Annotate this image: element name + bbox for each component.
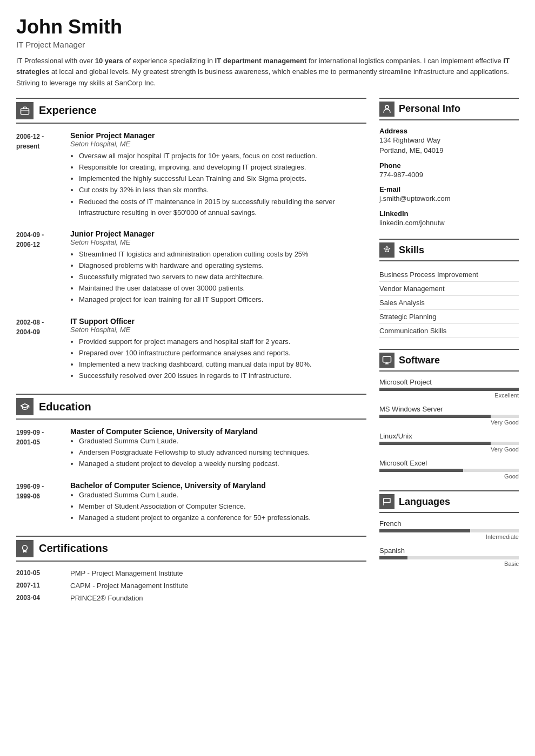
skills-header: Skills: [379, 239, 519, 261]
software-bar-3: [379, 442, 519, 445]
entry-content-1: Senior Project Manager Seton Hospital, M…: [70, 131, 366, 219]
education-entry-1: 1999-09 -2001-05 Master of Computer Scie…: [16, 427, 366, 470]
software-item-1: Microsoft Project Excellent: [379, 378, 519, 399]
edu-date-1: 1999-09 -2001-05: [16, 427, 70, 470]
skill-3: Sales Analysis: [379, 296, 519, 310]
education-icon: [16, 398, 34, 415]
bullet-2-4: Maintained the user database of over 300…: [79, 283, 366, 294]
address-block: Address 134 Rightward WayPortland, ME, 0…: [379, 127, 519, 156]
software-fill-3: [379, 442, 491, 445]
main-content: Experience 2006-12 -present Senior Proje…: [16, 98, 519, 740]
education-entry-2: 1996-09 -1999-06 Bachelor of Computer Sc…: [16, 481, 366, 524]
education-section-header: Education: [16, 394, 366, 420]
cert-entry-2: 2007-11 CAPM - Project Management Instit…: [16, 582, 366, 590]
phone-value: 774-987-4009: [379, 170, 519, 180]
software-header: Software: [379, 349, 519, 372]
software-level-2: Very Good: [379, 419, 519, 426]
svg-point-6: [386, 248, 388, 250]
cert-date-3: 2003-04: [16, 594, 70, 602]
edu-bullet-2-1: Graduated Summa Cum Laude.: [79, 490, 366, 501]
entry-date-1: 2006-12 -present: [16, 131, 70, 219]
bullet-2-5: Managed project for lean training for al…: [79, 294, 366, 305]
bullet-list-2: Streamlined IT logistics and administrat…: [70, 249, 366, 306]
bullet-2-3: Successfully migrated two servers to new…: [79, 272, 366, 282]
cert-date-1: 2010-05: [16, 569, 70, 577]
languages-header: Languages: [379, 490, 519, 513]
software-fill-4: [379, 469, 463, 472]
right-column: Personal Info Address 134 Rightward WayP…: [379, 98, 519, 740]
linkedin-block: LinkedIn linkedin.com/johnutw: [379, 210, 519, 228]
svg-point-5: [385, 105, 389, 109]
bullet-1-4: Cut costs by 32% in less than six months…: [79, 185, 366, 195]
language-item-1: French Intermediate: [379, 519, 519, 540]
certificate-icon: [20, 544, 30, 554]
software-item-2: MS Windows Server Very Good: [379, 405, 519, 426]
edu-bullets-2: Graduated Summa Cum Laude. Member of Stu…: [70, 490, 366, 523]
entry-date-3: 2002-08 -2004-09: [16, 317, 70, 382]
edu-date-2: 1996-09 -1999-06: [16, 481, 70, 524]
skill-2: Vendor Management: [379, 282, 519, 296]
software-level-3: Very Good: [379, 446, 519, 453]
company-2: Seton Hospital, ME: [70, 238, 366, 246]
monitor-icon: [382, 355, 392, 365]
header: John Smith IT Project Manager IT Profess…: [16, 16, 519, 89]
edu-bullets-1: Graduated Summa Cum Laude. Andersen Post…: [70, 436, 366, 469]
lang-fill-1: [379, 529, 470, 532]
software-icon: [379, 353, 394, 368]
lang-fill-2: [379, 556, 407, 559]
software-level-4: Good: [379, 473, 519, 480]
email-block: E-mail j.smith@uptowork.com: [379, 185, 519, 204]
company-1: Seton Hospital, ME: [70, 140, 366, 148]
bullet-list-3: Provided support for project managers an…: [70, 336, 366, 382]
linkedin-label: LinkedIn: [379, 210, 519, 218]
bullet-list-1: Oversaw all major hospital IT projects f…: [70, 151, 366, 218]
edu-bullet-1-3: Managed a student project to develop a w…: [79, 458, 366, 469]
certifications-section: Certifications 2010-05 PMP - Project Man…: [16, 536, 366, 602]
skill-4: Strategic Planning: [379, 310, 519, 324]
edu-content-2: Bachelor of Computer Science, University…: [70, 481, 366, 524]
bullet-3-1: Provided support for project managers an…: [79, 336, 366, 347]
skills-section: Skills Business Process Improvement Vend…: [379, 239, 519, 338]
software-item-3: Linux/Unix Very Good: [379, 432, 519, 453]
certifications-title: Certifications: [39, 542, 108, 555]
skill-5: Communication Skills: [379, 324, 519, 338]
email-label: E-mail: [379, 185, 519, 193]
edu-bullet-1-1: Graduated Summa Cum Laude.: [79, 436, 366, 447]
left-column: Experience 2006-12 -present Senior Proje…: [16, 98, 366, 740]
svg-rect-0: [21, 109, 29, 114]
job-title-1: Senior Project Manager: [70, 131, 366, 140]
candidate-name: John Smith: [16, 16, 519, 38]
candidate-title: IT Project Manager: [16, 40, 519, 49]
address-label: Address: [379, 127, 519, 135]
person-icon: [382, 104, 392, 114]
briefcase-icon: [20, 106, 30, 116]
personal-info-icon: [379, 102, 394, 117]
lang-name-1: French: [379, 519, 519, 528]
cert-date-2: 2007-11: [16, 582, 70, 590]
bullet-3-3: Implemented a new tracking dashboard, cu…: [79, 359, 366, 370]
edu-bullet-2-3: Managed a student project to organize a …: [79, 512, 366, 523]
skills-gear-icon: [382, 245, 392, 255]
lang-bar-1: [379, 529, 519, 532]
software-item-4: Microsoft Excel Good: [379, 459, 519, 480]
phone-label: Phone: [379, 161, 519, 170]
cert-entry-1: 2010-05 PMP - Project Management Institu…: [16, 569, 366, 577]
personal-info-header: Personal Info: [379, 98, 519, 120]
email-value: j.smith@uptowork.com: [379, 193, 519, 204]
bullet-1-5: Reduced the costs of IT maintenance in 2…: [79, 197, 366, 218]
software-name-3: Linux/Unix: [379, 432, 519, 440]
svg-rect-7: [383, 357, 391, 363]
entry-content-3: IT Support Officer Seton Hospital, ME Pr…: [70, 317, 366, 382]
skills-icon: [379, 242, 394, 258]
lang-level-2: Basic: [379, 561, 519, 567]
cert-name-3: PRINCE2® Foundation: [70, 594, 366, 602]
company-3: Seton Hospital, ME: [70, 326, 366, 334]
language-item-2: Spanish Basic: [379, 546, 519, 567]
education-title: Education: [39, 401, 91, 413]
experience-section: Experience 2006-12 -present Senior Proje…: [16, 98, 366, 382]
software-section: Software Microsoft Project Excellent MS …: [379, 349, 519, 480]
personal-info-title: Personal Info: [399, 103, 460, 114]
entry-content-2: Junior Project Manager Seton Hospital, M…: [70, 230, 366, 306]
flag-icon: [382, 497, 392, 507]
lang-level-1: Intermediate: [379, 534, 519, 540]
